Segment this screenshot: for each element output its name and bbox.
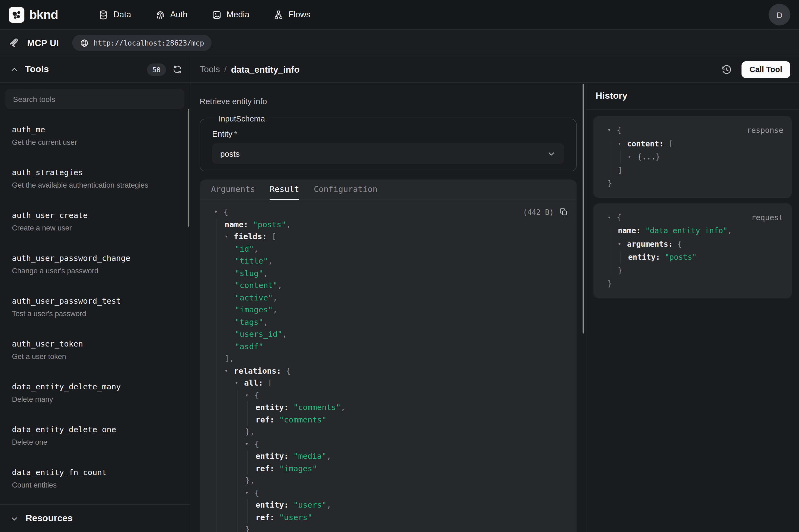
- user-avatar[interactable]: D: [768, 4, 790, 25]
- indent-guide: [237, 426, 237, 438]
- collapse-toggle-icon[interactable]: ▾: [618, 237, 627, 250]
- mcp-url-pill[interactable]: http://localhost:28623/mcp: [72, 35, 212, 51]
- nav-item-media[interactable]: Media: [211, 10, 249, 20]
- app-logo[interactable]: bknd: [9, 7, 58, 22]
- breadcrumb-tools-link[interactable]: Tools: [199, 64, 220, 74]
- collapse-toggle-icon[interactable]: ▾: [608, 124, 617, 137]
- json-line: ▾{: [207, 438, 571, 450]
- json-str: "posts": [665, 250, 697, 264]
- indent-guide: [227, 401, 227, 414]
- json-punc: }: [245, 523, 250, 532]
- indent-guide: [237, 511, 237, 523]
- tool-list-item-auth_user_password_change[interactable]: auth_user_password_changeChange a user's…: [4, 248, 186, 280]
- json-line: "tags",: [207, 316, 571, 328]
- tool-name: data_entity_fn_count: [12, 467, 178, 479]
- json-punc: {: [286, 365, 290, 377]
- indent-guide: [227, 462, 227, 475]
- resources-section-header[interactable]: Resources: [0, 504, 190, 532]
- json-punc: {: [677, 237, 682, 250]
- tool-list-item-auth_user_create[interactable]: auth_user_createCreate a new user: [4, 205, 186, 238]
- history-icon-button[interactable]: [721, 64, 732, 75]
- nav-item-flows[interactable]: Flows: [273, 10, 310, 20]
- indent-guide: [216, 340, 217, 353]
- indent-guide: [237, 523, 237, 532]
- entity-select-value: posts: [220, 149, 240, 158]
- indent-guide: [227, 438, 227, 450]
- json-punc: ,: [728, 224, 732, 237]
- json-line: }: [602, 177, 783, 190]
- tool-list-item-auth_user_token[interactable]: auth_user_tokenGet a user token: [4, 334, 186, 366]
- json-punc: }: [618, 264, 623, 277]
- history-entry-request[interactable]: ▾{requestname: "data_entity_info",▾argum…: [593, 203, 792, 298]
- breadcrumb-separator: /: [224, 64, 227, 74]
- collapse-toggle-icon[interactable]: ▾: [608, 211, 617, 224]
- tool-list-item-data_entity_fn_count[interactable]: data_entity_fn_countCount entities: [4, 462, 186, 495]
- entity-field-label: Entity*: [212, 129, 564, 138]
- collapse-toggle-icon[interactable]: ▾: [245, 389, 254, 401]
- sidebar-scrollbar[interactable]: [188, 109, 189, 227]
- json-key: entity:: [255, 401, 293, 414]
- json-key: all:: [244, 377, 268, 389]
- json-str: "posts": [253, 218, 286, 230]
- nav-item-data[interactable]: Data: [98, 10, 131, 20]
- mcp-title: MCP UI: [27, 38, 59, 48]
- json-str: "title": [235, 255, 268, 267]
- json-punc: },: [245, 475, 255, 487]
- json-key: ref:: [255, 511, 279, 523]
- json-key: relations:: [234, 365, 286, 377]
- indent-guide: [227, 511, 227, 523]
- json-key: content:: [627, 137, 668, 150]
- nav-item-auth[interactable]: Auth: [155, 10, 187, 20]
- json-punc: ]: [618, 164, 623, 177]
- workspace: Tools 50 auth_meGet the current userauth…: [0, 56, 799, 532]
- json-line: "users_id",: [207, 328, 571, 340]
- chevron-up-icon[interactable]: [10, 65, 19, 74]
- tool-description: Delete many: [12, 394, 178, 404]
- history-entry-response[interactable]: ▾{response▾content: [▸{...}]}: [593, 116, 792, 198]
- call-tool-button[interactable]: Call Tool: [742, 61, 790, 78]
- indent-guide: [610, 264, 610, 277]
- collapse-toggle-icon[interactable]: ▾: [618, 137, 627, 150]
- tab-arguments[interactable]: Arguments: [211, 179, 255, 200]
- indent-guide: [216, 377, 217, 389]
- collapse-toggle-icon[interactable]: ▾: [225, 365, 234, 377]
- json-plain[interactable]: {...}: [638, 150, 660, 164]
- indent-guide: [227, 450, 227, 462]
- tool-list-item-data_entity_delete_one[interactable]: data_entity_delete_oneDelete one: [4, 419, 186, 452]
- tool-list-item-auth_strategies[interactable]: auth_strategiesGet the available authent…: [4, 162, 186, 195]
- expand-toggle-icon[interactable]: ▸: [628, 150, 638, 164]
- json-key: name:: [225, 218, 253, 230]
- indent-guide: [237, 389, 237, 401]
- tools-sidebar: Tools 50 auth_meGet the current userauth…: [0, 56, 190, 532]
- tab-result[interactable]: Result: [270, 179, 299, 200]
- indent-guide: [216, 230, 217, 243]
- json-key: ref:: [255, 414, 279, 426]
- search-input[interactable]: [5, 89, 185, 109]
- json-line: entity: "media",: [207, 450, 571, 462]
- main-scrollbar[interactable]: [583, 84, 584, 334]
- indent-guide: [227, 475, 227, 487]
- json-punc: ,: [282, 328, 287, 340]
- indent-guide: [237, 475, 237, 487]
- breadcrumb: Tools / data_entity_info: [199, 64, 300, 75]
- collapse-toggle-icon[interactable]: ▾: [245, 487, 254, 499]
- collapse-toggle-icon[interactable]: ▾: [225, 230, 234, 243]
- json-punc: ,: [268, 255, 272, 267]
- tool-list-item-data_entity_delete_many[interactable]: data_entity_delete_manyDelete many: [4, 376, 186, 409]
- json-str: "users_id": [235, 328, 282, 340]
- json-line: "content",: [207, 279, 571, 291]
- breadcrumb-tool-name: data_entity_info: [231, 64, 300, 75]
- copy-icon[interactable]: [559, 208, 568, 217]
- tool-list-item-auth_user_password_test[interactable]: auth_user_password_testTest a user's pas…: [4, 291, 186, 323]
- tool-list-item-auth_me[interactable]: auth_meGet the current user: [4, 119, 186, 152]
- tool-description: Get the current user: [12, 137, 178, 148]
- tab-configuration[interactable]: Configuration: [314, 179, 378, 200]
- collapse-toggle-icon[interactable]: ▾: [214, 206, 224, 218]
- refresh-tools-button[interactable]: [172, 64, 182, 74]
- indent-guide: [237, 450, 237, 462]
- collapse-toggle-icon[interactable]: ▾: [235, 377, 244, 389]
- indent-guide: [216, 475, 217, 487]
- collapse-toggle-icon[interactable]: ▾: [245, 438, 254, 450]
- entity-select[interactable]: posts: [212, 143, 564, 164]
- indent-guide: [227, 523, 227, 532]
